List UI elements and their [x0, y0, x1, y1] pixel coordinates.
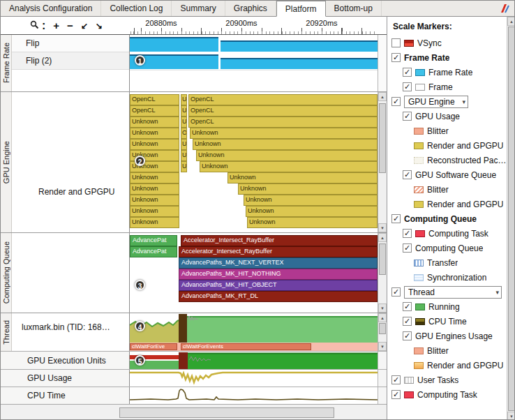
engine-bar[interactable]: Unknown — [227, 172, 378, 183]
checkbox-gpu-usage[interactable]: ✓ — [403, 112, 412, 121]
scroll-thumb[interactable] — [379, 243, 386, 275]
flip-bar[interactable] — [221, 40, 378, 52]
engine-bar[interactable]: Unknown — [130, 128, 179, 139]
checkbox-frame-rate[interactable]: ✓ — [391, 53, 401, 62]
gpu-usage-chart[interactable] — [130, 370, 378, 387]
row-label-flip[interactable]: Flip — [12, 35, 129, 52]
scroll-down-button[interactable]: ▼ — [378, 342, 387, 351]
wait-strip[interactable]: clWaitForEveclWaitForEvents — [130, 343, 378, 351]
cpu-time-timeline[interactable] — [130, 387, 378, 404]
tab-platform[interactable]: Platform — [276, 1, 326, 17]
computing-queue-timeline[interactable]: AdvancePatAccelerator_Intersect_RayBuffe… — [130, 233, 378, 313]
gpu-usage-timeline[interactable] — [130, 370, 378, 387]
zoom-out-button[interactable]: − — [67, 20, 73, 31]
gpu-eu-timeline[interactable] — [130, 352, 378, 369]
engine-bar[interactable]: U — [181, 105, 187, 117]
engine-bar[interactable]: Unknown — [193, 139, 378, 150]
engine-bar[interactable]: OpenCL — [188, 117, 378, 128]
wait-bar[interactable]: clWaitForEvents — [181, 343, 311, 350]
queue-bar[interactable]: AdvancePaths_MK_RT_DL — [179, 291, 378, 302]
scroll-down-button[interactable]: ▼ — [378, 303, 387, 313]
queue-bar[interactable]: AdvancePat — [130, 235, 177, 246]
panel-scrollbar[interactable]: ▲ ▼ — [507, 17, 515, 420]
queue-bar[interactable]: AdvancePaths_MK_NEXT_VERTEX — [179, 257, 378, 269]
checkbox-computing-task[interactable]: ✓ — [403, 229, 412, 238]
thread-scrollbar[interactable]: ▲ ▼ — [378, 313, 387, 351]
gpu-eu-chart[interactable] — [130, 352, 378, 369]
queue-bar[interactable]: AdvancePaths_MK_HIT_OBJECT — [179, 280, 378, 291]
thread-activity-chart[interactable] — [130, 314, 378, 343]
engine-bar[interactable]: Unknown — [247, 217, 378, 228]
engine-bar[interactable]: Unknown — [130, 217, 179, 228]
tab-summary[interactable]: Summary — [172, 1, 225, 16]
checkbox-cpu-time[interactable]: ✓ — [403, 317, 412, 326]
scroll-thumb[interactable] — [379, 103, 386, 173]
row-label-gpu-execution-units[interactable]: GPU Execution Units — [1, 352, 130, 369]
engine-bar[interactable]: Unknown — [130, 172, 179, 183]
row-label-luxmark-bin[interactable]: luxmark.bin (TID: 168… — [22, 322, 130, 332]
engine-bar[interactable]: Unknown — [130, 117, 179, 128]
scroll-up-button[interactable]: ▲ — [378, 233, 387, 242]
gpu-engine-timeline[interactable]: OpenCLUOpenCLOpenCLUOpenCLUnknownUOpenCL… — [130, 92, 378, 232]
engine-bar[interactable]: OpenCL — [188, 94, 378, 105]
engine-bar[interactable]: Unknown — [200, 161, 378, 172]
engine-bar[interactable]: Unknown — [244, 195, 378, 206]
engine-bar[interactable]: U — [181, 94, 187, 105]
timeline-ruler[interactable]: 20880ms20900ms20920ms — [130, 17, 378, 34]
zoom-undo-button[interactable]: ↘ — [96, 22, 103, 30]
checkbox-user-tasks[interactable]: ✓ — [391, 375, 401, 384]
engine-bar[interactable]: Unknown — [130, 206, 179, 217]
engine-bar[interactable]: U — [181, 139, 187, 150]
engine-bar[interactable]: Unknown — [130, 195, 179, 206]
tab-graphics[interactable]: Graphics — [225, 1, 276, 16]
queue-bar[interactable]: AdvancePaths_MK_HIT_NOTHING — [179, 269, 378, 280]
row-label-flip-2[interactable]: Flip (2) — [12, 52, 129, 70]
tab-collection-log[interactable]: Collection Log — [101, 1, 172, 16]
checkbox-running[interactable]: ✓ — [403, 302, 412, 311]
cpu-time-chart[interactable] — [130, 387, 378, 404]
scroll-down-button[interactable]: ▼ — [507, 412, 515, 420]
row-label-gpu-usage[interactable]: GPU Usage — [1, 370, 130, 387]
scroll-up-button[interactable]: ▲ — [507, 17, 515, 26]
scroll-down-button[interactable]: ▼ — [378, 223, 387, 232]
hscroll-thumb[interactable] — [119, 407, 334, 418]
checkbox-gpu-engines-usage[interactable]: ✓ — [403, 331, 412, 340]
horizontal-scrollbar[interactable] — [1, 404, 387, 420]
queue-bar[interactable]: AdvancePat — [130, 246, 177, 257]
wait-bar[interactable]: clWaitForEve — [130, 343, 177, 350]
combo-gpu-engine[interactable]: GPU Engine▾ — [404, 96, 468, 108]
engine-bar[interactable]: OpenCL — [188, 105, 378, 117]
zoom-in-button[interactable]: + — [53, 20, 59, 31]
queue-bar[interactable]: Accelerator_Intersect_RayBuffer — [181, 235, 378, 246]
engine-bar[interactable]: Unknown — [238, 183, 378, 195]
checkbox-gpu-engine[interactable]: ✓ — [391, 97, 401, 106]
scroll-up-button[interactable]: ▲ — [378, 313, 387, 322]
tab-analysis-configuration[interactable]: Analysis Configuration — [1, 1, 101, 16]
checkbox-gpu-software-queue[interactable]: ✓ — [403, 170, 412, 179]
gpu-engine-scrollbar[interactable]: ▲ ▼ — [378, 92, 387, 232]
checkbox-computing-task[interactable]: ✓ — [391, 390, 401, 399]
engine-bar[interactable]: OpenCL — [130, 94, 179, 105]
engine-bar[interactable]: U — [181, 150, 187, 161]
tab-bottom-up[interactable]: Bottom-up — [326, 1, 382, 16]
checkbox-vsync[interactable] — [391, 38, 401, 47]
combo-thread[interactable]: Thread▾ — [404, 286, 502, 299]
computing-queue-scrollbar[interactable]: ▲ ▼ — [378, 233, 387, 313]
checkbox-frame[interactable]: ✓ — [403, 82, 412, 91]
row-label-render-and-gpgpu[interactable]: Render and GPGPU — [38, 187, 114, 197]
engine-bar[interactable]: Unknown — [196, 150, 378, 161]
flip-2-bar[interactable] — [221, 58, 378, 69]
frame-rate-timeline[interactable] — [130, 35, 378, 91]
queue-bar[interactable]: Accelerator_Intersect_RayBuffer — [179, 246, 378, 257]
checkbox-computing-queue[interactable]: ✓ — [403, 243, 412, 253]
engine-bar[interactable]: U — [181, 161, 187, 172]
thread-timeline[interactable]: clWaitForEveclWaitForEvents — [130, 313, 378, 351]
engine-bar[interactable]: U — [181, 117, 187, 128]
engine-bar[interactable]: OpenCL — [130, 105, 179, 117]
engine-bar[interactable]: O — [181, 128, 187, 139]
zoom-selection-button[interactable]: ↙ — [81, 22, 88, 30]
checkbox-thread[interactable]: ✓ — [391, 287, 401, 297]
engine-bar[interactable]: Unknown — [190, 128, 378, 139]
scroll-thumb[interactable] — [508, 27, 515, 411]
checkbox-computing-queue[interactable]: ✓ — [391, 214, 401, 223]
